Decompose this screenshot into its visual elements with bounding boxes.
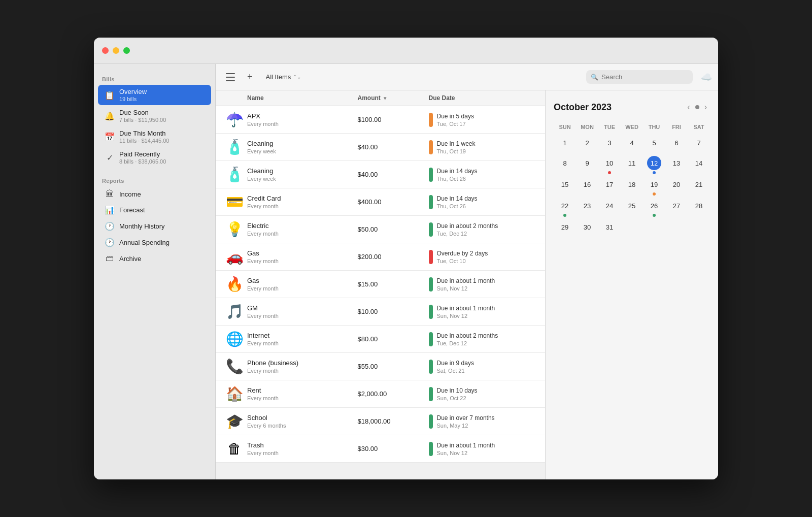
phone-icon: 📞: [226, 358, 244, 375]
day-mon: MON: [576, 122, 598, 132]
bill-row-rent[interactable]: 🏠 Rent Every month $2,000.00 Due in 10 d…: [216, 380, 545, 408]
sidebar-item-paid-recently[interactable]: ✓ Paid Recently 8 bills · $38,065.00: [98, 147, 211, 168]
cal-day-19[interactable]: 19: [643, 176, 665, 197]
due-soon-label: Due Soon: [119, 109, 166, 116]
cal-day-23[interactable]: 23: [576, 197, 598, 218]
cal-day-18[interactable]: 18: [621, 176, 643, 197]
cal-day-5[interactable]: 5: [643, 134, 665, 154]
cleaning2-due-date: Thu, Oct 26: [437, 176, 478, 182]
traffic-lights: [102, 47, 130, 54]
cal-day-8[interactable]: 8: [554, 154, 576, 176]
cal-day-7[interactable]: 7: [688, 134, 710, 154]
day-sun: SUN: [554, 122, 576, 132]
bill-row-cleaning-1[interactable]: 🧴 Cleaning Every week $40.00 Due in 1 we…: [216, 134, 545, 161]
apx-due-label: Due in 5 days: [437, 113, 474, 120]
cal-day-11[interactable]: 11: [621, 154, 643, 176]
due-this-month-sublabel: 11 bills · $14,445.00: [119, 138, 169, 144]
bill-row-internet[interactable]: 🌐 Internet Every month $80.00 Due in abo…: [216, 326, 545, 353]
cal-day-3[interactable]: 3: [598, 134, 621, 154]
minimize-button[interactable]: [113, 47, 119, 54]
gm-freq: Every month: [247, 313, 358, 319]
overview-icon: 📋: [104, 90, 115, 100]
bill-row-cleaning-2[interactable]: 🧴 Cleaning Every week $40.00 Due in 14 d…: [216, 161, 545, 188]
gas-car-freq: Every month: [247, 258, 358, 264]
dot-oct12: [653, 171, 656, 174]
dot-oct19: [653, 192, 656, 196]
cal-day-16[interactable]: 16: [576, 176, 598, 197]
cal-day-26[interactable]: 26: [643, 197, 665, 218]
sidebar-item-archive[interactable]: 🗃 Archive: [98, 251, 211, 266]
cal-day-1[interactable]: 1: [554, 134, 576, 154]
cal-day-9[interactable]: 9: [576, 154, 598, 176]
cal-day-22[interactable]: 22: [554, 197, 576, 218]
sidebar-item-due-this-month[interactable]: 📅 Due This Month 11 bills · $14,445.00: [98, 126, 211, 147]
cal-day-13[interactable]: 13: [665, 154, 688, 176]
bill-row-gas-flame[interactable]: 🔥 Gas Every month $15.00 Due in about 1 …: [216, 271, 545, 298]
bill-row-gm[interactable]: 🎵 GM Every month $10.00 Due in about 1 m…: [216, 298, 545, 326]
calendar-prev-button[interactable]: ‹: [684, 101, 693, 114]
amount-col-header[interactable]: Amount ▼: [358, 94, 429, 102]
cal-day-27[interactable]: 27: [665, 197, 688, 218]
cal-day-21[interactable]: 21: [688, 176, 710, 197]
electric-name: Electric: [247, 222, 358, 230]
cal-day-6[interactable]: 6: [665, 134, 688, 154]
calendar-next-button[interactable]: ›: [701, 101, 710, 114]
toolbar: + All Items ⌃⌄ 🔍 ☁️: [216, 64, 718, 90]
search-icon: 🔍: [591, 74, 598, 81]
school-due-label: Due in over 7 months: [437, 414, 495, 422]
phone-amount: $55.00: [358, 363, 429, 370]
rent-due-label: Due in 10 days: [437, 387, 478, 394]
duedate-col-header[interactable]: Due Date: [429, 94, 539, 102]
bill-row-trash[interactable]: 🗑 Trash Every month $30.00 Due in about …: [216, 435, 545, 463]
cal-day-4[interactable]: 4: [621, 134, 643, 154]
bill-row-gas-car[interactable]: 🚗 Gas Every month $200.00 Overdue by 2 d…: [216, 243, 545, 271]
cal-day-28[interactable]: 28: [688, 197, 710, 218]
sidebar-item-due-soon[interactable]: 🔔 Due Soon 7 bills · $11,950.00: [98, 106, 211, 126]
bill-row-phone-business[interactable]: 📞 Phone (business) Every month $55.00 Du…: [216, 353, 545, 380]
credit-card-amount: $400.00: [358, 198, 429, 206]
calendar-week-5: 29 30 31 - - - -: [554, 218, 710, 239]
monthly-history-label: Monthly History: [119, 222, 165, 230]
calendar-week-4: 22 23 24 25 26 27 28: [554, 197, 710, 218]
electric-icon: 💡: [226, 221, 244, 238]
internet-due-label: Due in about 2 months: [437, 332, 498, 339]
cal-day-24[interactable]: 24: [598, 197, 621, 218]
sidebar-item-forecast[interactable]: 📊 Forecast: [98, 202, 211, 218]
cleaning1-indicator: [429, 140, 433, 154]
filter-dropdown-button[interactable]: All Items ⌃⌄: [261, 71, 307, 83]
cal-day-14[interactable]: 14: [688, 154, 710, 176]
bill-row-credit-card[interactable]: 💳 Credit Card Every month $400.00 Due in…: [216, 188, 545, 216]
school-icon: 🎓: [226, 413, 244, 430]
school-due-date: Sun, May 12: [437, 423, 495, 429]
list-header: Name Amount ▼ Due Date: [216, 90, 545, 106]
bill-row-electric[interactable]: 💡 Electric Every month $50.00 Due in abo…: [216, 216, 545, 243]
fullscreen-button[interactable]: [123, 47, 130, 54]
cal-day-25[interactable]: 25: [621, 197, 643, 218]
cal-day-12[interactable]: 12: [643, 154, 665, 176]
cal-day-30[interactable]: 30: [576, 218, 598, 239]
calendar-today-dot[interactable]: [695, 105, 699, 109]
cleaning2-name: Cleaning: [247, 167, 358, 175]
cal-day-17[interactable]: 17: [598, 176, 621, 197]
day-sat: SAT: [688, 122, 710, 132]
cal-day-20[interactable]: 20: [665, 176, 688, 197]
close-button[interactable]: [102, 47, 109, 54]
cal-day-2[interactable]: 2: [576, 134, 598, 154]
sidebar-toggle-button[interactable]: [222, 71, 239, 84]
sidebar-item-monthly-history[interactable]: 🕐 Monthly History: [98, 218, 211, 234]
name-col-header[interactable]: Name: [247, 94, 358, 102]
cleaning1-due-label: Due in 1 week: [437, 140, 476, 147]
sidebar-item-income[interactable]: 🏛 Income: [98, 186, 211, 202]
add-button[interactable]: +: [243, 69, 257, 85]
bill-row-apx[interactable]: ☂️ APX Every month $100.00 Due in 5 days: [216, 106, 545, 134]
cal-day-10[interactable]: 10: [598, 154, 621, 176]
bill-row-school[interactable]: 🎓 School Every 6 months $18,000.00 Due i…: [216, 408, 545, 435]
sidebar-item-annual-spending[interactable]: 🕐 Annual Spending: [98, 235, 211, 250]
cal-day-31[interactable]: 31: [598, 218, 621, 239]
search-input[interactable]: [586, 70, 693, 84]
phone-indicator: [429, 360, 433, 374]
sidebar-item-overview[interactable]: 📋 Overview 19 bills: [98, 85, 211, 105]
cal-day-15[interactable]: 15: [554, 176, 576, 197]
cal-day-29[interactable]: 29: [554, 218, 576, 239]
school-indicator: [429, 414, 433, 429]
